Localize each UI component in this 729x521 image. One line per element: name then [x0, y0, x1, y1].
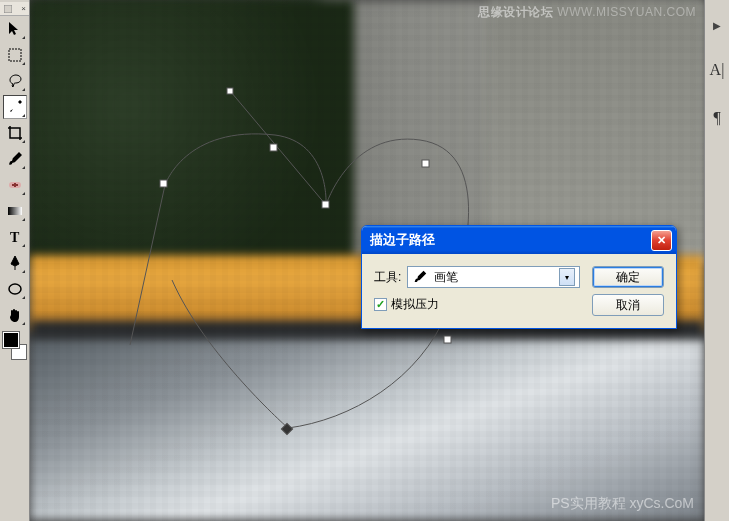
crop-tool[interactable]	[3, 121, 27, 145]
brush-tool[interactable]	[3, 147, 27, 171]
lasso-tool[interactable]	[3, 69, 27, 93]
watermark-bottom: PS实用教程 xyCs.CoM	[551, 495, 694, 513]
ok-button[interactable]: 确定	[592, 266, 664, 288]
hand-tool[interactable]	[3, 303, 27, 327]
svg-point-5	[9, 284, 21, 294]
dialog-title: 描边子路径	[370, 231, 651, 249]
dialog-titlebar[interactable]: 描边子路径 ✕	[362, 226, 676, 254]
expand-arrow-icon[interactable]: ▶	[713, 20, 721, 31]
color-swatches[interactable]	[3, 332, 27, 360]
tool-label: 工具:	[374, 269, 401, 286]
svg-rect-1	[9, 49, 21, 61]
chevron-down-icon: ▾	[559, 268, 575, 286]
dialog-close-button[interactable]: ✕	[651, 230, 672, 251]
close-icon: ✕	[657, 234, 666, 247]
simulate-pressure-checkbox[interactable]: ✓	[374, 298, 387, 311]
tool-dropdown-value: 画笔	[434, 269, 458, 286]
svg-text:T: T	[10, 230, 20, 245]
simulate-pressure-label: 模拟压力	[391, 296, 439, 313]
svg-rect-3	[8, 207, 22, 215]
foreground-color-swatch[interactable]	[3, 332, 19, 348]
brush-icon	[412, 269, 428, 285]
tool-dropdown[interactable]: 画笔 ▾	[407, 266, 580, 288]
type-tool[interactable]: T	[3, 225, 27, 249]
toolbox-close-icon[interactable]: ×	[21, 4, 26, 13]
stroke-path-dialog: 描边子路径 ✕ 工具: 画笔 ▾ ✓	[361, 225, 677, 329]
svg-rect-0	[4, 5, 12, 13]
canvas[interactable]: 思缘设计论坛 WWW.MISSYUAN.COM PS实用教程 xyCs.CoM …	[30, 0, 704, 521]
toolbox: × T	[0, 0, 30, 521]
cancel-button[interactable]: 取消	[592, 294, 664, 316]
character-panel-icon[interactable]: A|	[710, 61, 725, 79]
marquee-tool[interactable]	[3, 43, 27, 67]
watermark-top: 思缘设计论坛 WWW.MISSYUAN.COM	[478, 4, 696, 21]
toolbox-tab[interactable]: ×	[0, 2, 29, 16]
shape-tool[interactable]	[3, 277, 27, 301]
eyedropper-tool[interactable]	[3, 95, 27, 119]
pen-tool[interactable]	[3, 251, 27, 275]
gradient-tool[interactable]	[3, 199, 27, 223]
move-tool[interactable]	[3, 17, 27, 41]
heal-tool[interactable]	[3, 173, 27, 197]
right-panel-collapsed: ▶ A| ¶	[704, 0, 729, 521]
paragraph-panel-icon[interactable]: ¶	[713, 109, 720, 127]
